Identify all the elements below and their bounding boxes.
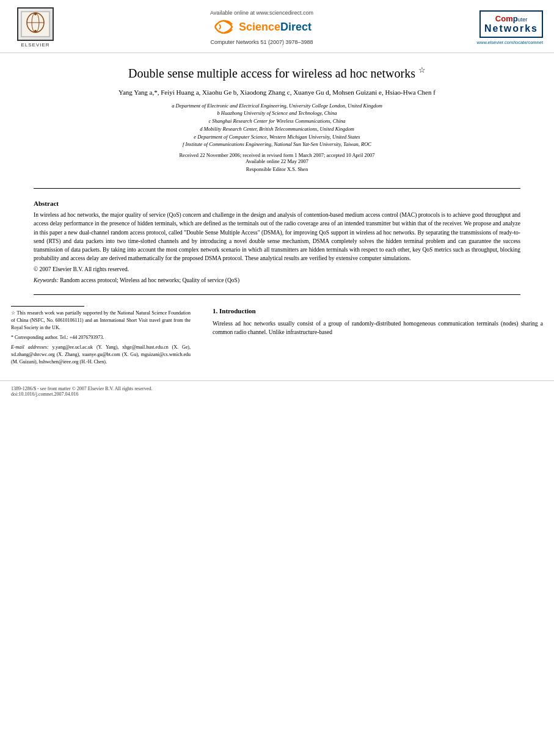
copyright: © 2007 Elsevier B.V. All rights reserved… [34, 266, 520, 272]
footnote-rule [11, 306, 84, 307]
dates: Received 22 November 2006; received in r… [34, 152, 520, 164]
received-date: Received 22 November 2006; received in r… [34, 152, 520, 158]
paper-title-star: ☆ [418, 65, 426, 75]
title-section: Double sense multiple access for wireles… [0, 53, 554, 183]
section-number: 1. [213, 307, 217, 314]
cn-logo-top: Computer [495, 14, 527, 23]
authors: Yang Yang a,*, Feiyi Huang a, Xiaohu Ge … [34, 87, 520, 98]
bottom-section: ☆ This research work was partially suppo… [0, 300, 554, 374]
footnotes-column: ☆ This research work was partially suppo… [0, 306, 202, 368]
paper-title: Double sense multiple access for wireles… [34, 65, 520, 81]
issn-line: 1389-1286/$ - see front matter © 2007 El… [11, 386, 543, 391]
available-date: Available online 22 May 2007 [34, 158, 520, 164]
elsevier-logo: ELSEVIER [11, 7, 60, 48]
paper-title-text: Double sense multiple access for wireles… [128, 67, 415, 80]
page: ELSEVIER Available online at www.science… [0, 0, 554, 756]
elsevier-logo-image [17, 7, 54, 41]
affiliation-d: d Mobility Research Center, British Tele… [34, 125, 520, 133]
computer-networks-logo: Computer Networks www.elsevier.com/locat… [464, 10, 543, 45]
abstract-text: In wireless ad hoc networks, the major q… [34, 211, 520, 263]
affiliation-b: b Huazhong University of Science and Tec… [34, 109, 520, 117]
keywords-text: Random access protocol; Wireless ad hoc … [60, 277, 239, 283]
title-divider [34, 188, 520, 189]
abstract-title: Abstract [34, 200, 520, 207]
introduction-text: Wireless ad hoc networks usually consist… [213, 319, 543, 337]
page-header: ELSEVIER Available online at www.science… [0, 0, 554, 53]
introduction-heading: 1. Introduction [213, 306, 543, 316]
keywords: Keywords: Random access protocol; Wirele… [34, 277, 520, 283]
email-label: E-mail addresses: [11, 344, 49, 350]
affiliation-c: c Shanghai Research Center for Wireless … [34, 117, 520, 125]
affiliation-f: f Institute of Communications Engineerin… [34, 140, 520, 148]
cn-logo-box: Computer Networks [479, 10, 543, 38]
affiliation-a: a Department of Electronic and Electrica… [34, 102, 520, 110]
doi-line: doi:10.1016/j.comnet.2007.04.016 [11, 391, 543, 397]
svg-rect-0 [21, 12, 49, 37]
elsevier-label: ELSEVIER [21, 42, 49, 48]
section-title-text: Introduction [219, 307, 256, 314]
affiliations: a Department of Electronic and Electrica… [34, 102, 520, 149]
email-footnote: E-mail addresses: y.yang@ee.ucl.ac.uk (Y… [11, 344, 191, 366]
introduction-column: 1. Introduction Wireless ad hoc networks… [202, 306, 554, 368]
abstract-section: Abstract In wireless ad hoc networks, th… [0, 194, 554, 289]
svg-point-4 [34, 13, 37, 15]
available-online-text: Available online at www.sciencedirect.co… [210, 10, 313, 16]
editor: Responsible Editor X.S. Shen [34, 166, 520, 172]
svg-point-5 [34, 30, 37, 32]
cn-url: www.elsevier.com/locate/comnet [477, 40, 543, 45]
page-footer: 1389-1286/$ - see front matter © 2007 El… [0, 380, 554, 402]
corresponding-footnote: * Corresponding author. Tel.: +44 207679… [11, 334, 191, 341]
sciencedirect-logo: ScienceDirect [212, 18, 312, 35]
header-center: Available online at www.sciencedirect.co… [60, 10, 464, 45]
research-support-footnote: ☆ This research work was partially suppo… [11, 310, 191, 332]
keywords-label: Keywords: [34, 277, 59, 283]
cn-logo-bottom: Networks [484, 23, 538, 34]
affiliation-e: e Department of Computer Science, Wester… [34, 133, 520, 141]
abstract-divider [34, 294, 520, 295]
sd-logo-text: ScienceDirect [239, 21, 312, 34]
journal-info: Computer Networks 51 (2007) 3978–3988 [210, 39, 313, 45]
